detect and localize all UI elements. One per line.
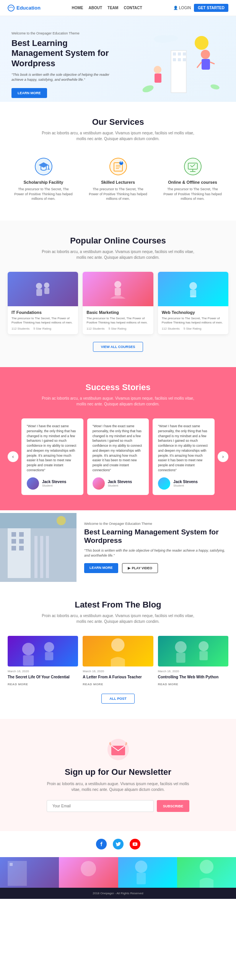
cta-learn-more-button[interactable]: LEARN MORE — [84, 563, 118, 573]
login-icon: 👤 — [173, 6, 178, 10]
nav-team[interactable]: TEAM — [107, 6, 118, 10]
hero-welcome: Welcome to the Onepager Education Theme — [11, 31, 119, 35]
lecturers-desc: The precursor to The Secret, The Power o… — [88, 187, 149, 201]
course-image-3 — [158, 272, 228, 306]
hero-learn-more-button[interactable]: LEARN MORE — [11, 88, 47, 98]
blog-card-3: March 16, 2020 Controlling The Web With … — [158, 636, 228, 686]
newsletter-email-input[interactable] — [47, 800, 154, 812]
svg-rect-46 — [19, 539, 24, 544]
twitter-icon[interactable] — [113, 839, 124, 849]
course-body-1: IT Foundations The precursor to The Secr… — [8, 306, 78, 334]
course-title-1: IT Foundations — [11, 310, 74, 315]
facebook-icon[interactable] — [96, 839, 107, 849]
course-image-2 — [83, 272, 153, 306]
svg-rect-9 — [173, 58, 176, 61]
svg-point-71 — [81, 861, 96, 876]
gallery-svg-2 — [59, 857, 118, 888]
service-scholarship: Scholarship Facility The precursor to Th… — [9, 153, 78, 205]
blog-date-2: March 16, 2020 — [83, 670, 153, 673]
svg-rect-8 — [183, 52, 186, 56]
author-info-2: Jack Stevens Student — [108, 480, 132, 487]
courses-section: Popular Online Courses Proin ac lobortis… — [0, 220, 236, 367]
course-title-2: Basic Marketing — [86, 310, 149, 315]
services-grid: Scholarship Facility The precursor to Th… — [8, 153, 228, 205]
service-lecturers: Skilled Lecturers The precursor to The S… — [84, 153, 153, 205]
avatar-1 — [27, 477, 39, 490]
author-name-1: Jack Stevens — [42, 480, 66, 484]
testimonials-list: "Wow! I have the exact same personality,… — [21, 418, 215, 495]
blog-read-more-2[interactable]: READ MORE — [83, 683, 153, 686]
svg-point-74 — [200, 860, 213, 874]
course-image-1-people — [31, 278, 54, 301]
nav-contact[interactable]: CONTACT — [124, 6, 142, 10]
blog-read-more-3[interactable]: READ MORE — [158, 683, 228, 686]
login-link[interactable]: 👤 LOGIN — [173, 6, 191, 10]
svg-rect-70 — [10, 863, 13, 866]
blog-date-3: March 16, 2020 — [158, 670, 228, 673]
cta-building-svg — [0, 513, 76, 582]
blog-grid: March 16, 2020 The Secret Life Of Your C… — [8, 636, 228, 686]
course-image-3-person — [182, 278, 205, 301]
services-section: Our Services Proin ac lobortis arcu, a v… — [0, 102, 236, 220]
svg-point-53 — [57, 516, 66, 525]
course-rating-2: 5 Star Rating — [108, 327, 126, 330]
lecturers-title: Skilled Lecturers — [88, 180, 149, 185]
footer-social — [0, 831, 236, 857]
success-section: Success Stories Proin ac lobortis arcu, … — [0, 367, 236, 510]
cta-play-video-button[interactable]: ▶ PLAY VIDEO — [122, 563, 158, 573]
get-started-button[interactable]: GET STARTED — [194, 4, 228, 12]
author-role-1: Student — [42, 484, 66, 487]
svg-point-55 — [22, 643, 35, 656]
svg-point-37 — [114, 281, 121, 288]
testimonial-text-3: "Wow! I have the exact same personality,… — [158, 424, 209, 473]
newsletter-section: Sign up for Our Newsletter Proin ac lobo… — [0, 719, 236, 831]
svg-rect-49 — [34, 536, 37, 578]
nav-about[interactable]: ABOUT — [89, 6, 103, 10]
nav-home[interactable]: HOME — [72, 6, 83, 10]
service-online-offline: Online & Offline courses The precursor t… — [158, 153, 227, 205]
author-name-2: Jack Stevens — [108, 480, 132, 484]
courses-subtitle: Proin ac lobortis arcu, a vestibulum aug… — [42, 249, 195, 260]
svg-rect-34 — [36, 289, 42, 296]
blog-section: Latest From The Blog Proin ac lobortis a… — [0, 585, 236, 719]
author-name-3: Jack Stevens — [173, 480, 197, 484]
next-testimonial-button[interactable]: › — [218, 451, 228, 462]
gallery-svg-1 — [0, 857, 59, 888]
svg-rect-17 — [155, 74, 161, 83]
newsletter-subscribe-button[interactable]: SUBSCRIBE — [157, 800, 189, 812]
gallery-img-4 — [177, 857, 236, 888]
blog-read-more-1[interactable]: READ MORE — [8, 683, 78, 686]
logo[interactable]: Education — [8, 5, 41, 11]
view-all-courses-button[interactable]: VIEW ALL COURSES — [93, 342, 143, 352]
newsletter-icon — [107, 738, 130, 761]
services-subtitle: Proin ac lobortis arcu, a vestibulum aug… — [42, 130, 195, 142]
hero-illustration — [140, 31, 225, 102]
blog-date-1: March 16, 2020 — [8, 670, 78, 673]
blog-post-title-2: A Letter From A Furious Teacher — [83, 675, 153, 679]
youtube-icon[interactable] — [130, 839, 140, 849]
course-meta-1: 112 Students 5 Star Rating — [11, 327, 74, 330]
course-meta-3: 112 Students 5 Star Rating — [162, 327, 225, 330]
blog-svg-1 — [8, 636, 78, 666]
hero-text: Welcome to the Onepager Education Theme … — [11, 31, 119, 98]
newsletter-title: Sign up for Our Newsletter — [8, 767, 228, 777]
svg-point-64 — [199, 641, 208, 651]
svg-rect-13 — [202, 59, 210, 70]
author-info-3: Jack Stevens Student — [173, 480, 197, 487]
blog-svg-3 — [158, 636, 228, 666]
hero-svg — [140, 31, 225, 100]
cta-title: Best Learning Management System for Word… — [84, 528, 228, 546]
scholarship-title: Scholarship Facility — [13, 180, 74, 185]
play-icon: ▶ — [128, 566, 130, 570]
testimonial-text-2: "Wow! I have the exact same personality,… — [93, 424, 144, 473]
svg-rect-6 — [173, 52, 176, 56]
testimonial-author-3: Jack Stevens Student — [158, 477, 209, 490]
prev-testimonial-button[interactable]: ‹ — [8, 451, 18, 462]
svg-rect-58 — [45, 652, 54, 661]
svg-rect-56 — [23, 655, 34, 666]
svg-rect-36 — [44, 288, 49, 294]
blog-post-title-3: Controlling The Web With Python — [158, 675, 228, 679]
all-posts-button[interactable]: ALL POST — [101, 694, 134, 704]
online-offline-title: Online & Offline courses — [162, 180, 223, 185]
svg-point-23 — [110, 158, 127, 175]
